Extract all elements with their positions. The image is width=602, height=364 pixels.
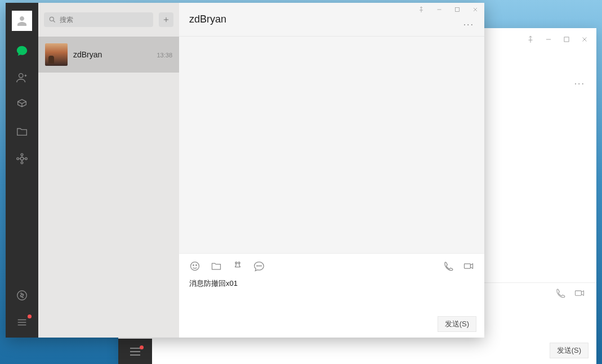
close-icon[interactable] bbox=[471, 6, 480, 13]
svg-point-24 bbox=[193, 265, 194, 266]
files-tab-icon[interactable] bbox=[15, 124, 29, 139]
notification-dot-icon bbox=[140, 345, 144, 349]
svg-rect-20 bbox=[456, 8, 460, 12]
file-icon[interactable] bbox=[211, 260, 222, 272]
chat-tab-icon[interactable] bbox=[15, 43, 29, 58]
conversation-avatar bbox=[45, 43, 68, 66]
chat-header: zdBryan ··· bbox=[179, 3, 484, 37]
plus-icon bbox=[162, 16, 170, 24]
svg-rect-4 bbox=[576, 291, 582, 295]
svg-rect-31 bbox=[465, 264, 471, 268]
conversation-item[interactable]: zdBryan 13:38 bbox=[38, 37, 179, 73]
search-icon bbox=[48, 16, 56, 24]
notification-dot-icon bbox=[28, 314, 32, 318]
svg-point-25 bbox=[196, 265, 197, 266]
svg-point-9 bbox=[17, 158, 19, 160]
close-icon[interactable] bbox=[581, 35, 588, 43]
maximize-icon[interactable] bbox=[453, 6, 462, 13]
sidebar bbox=[6, 3, 38, 338]
svg-point-15 bbox=[50, 17, 53, 21]
svg-point-7 bbox=[21, 154, 23, 156]
emoji-icon[interactable] bbox=[189, 260, 200, 272]
main-chat-window: zdBryan 13:38 zdBryan ··· bbox=[6, 3, 484, 338]
bg-sidebar-menu[interactable] bbox=[118, 339, 152, 364]
conversation-name: zdBryan bbox=[73, 50, 102, 59]
search-input[interactable] bbox=[44, 12, 153, 27]
phone-icon[interactable] bbox=[555, 287, 566, 299]
send-button[interactable]: 发送(S) bbox=[438, 316, 476, 332]
svg-line-16 bbox=[53, 21, 55, 23]
svg-point-30 bbox=[261, 266, 261, 266]
screenshot-icon[interactable] bbox=[232, 260, 243, 272]
pin-icon[interactable] bbox=[417, 6, 426, 13]
chat-history-icon[interactable] bbox=[253, 260, 265, 272]
search-row bbox=[38, 3, 179, 37]
user-avatar[interactable] bbox=[12, 11, 32, 31]
video-call-icon[interactable] bbox=[463, 260, 474, 272]
message-input[interactable] bbox=[189, 274, 474, 313]
svg-point-27 bbox=[238, 262, 240, 264]
svg-point-11 bbox=[17, 291, 27, 300]
minimize-icon[interactable] bbox=[545, 35, 552, 43]
window-controls bbox=[417, 6, 480, 13]
search-field[interactable] bbox=[60, 16, 149, 24]
minimize-icon[interactable] bbox=[435, 6, 444, 13]
menu-button[interactable] bbox=[15, 315, 29, 330]
chat-more-icon[interactable]: ··· bbox=[463, 20, 474, 30]
video-icon[interactable] bbox=[574, 287, 585, 299]
svg-point-8 bbox=[21, 162, 23, 164]
moments-tab-icon[interactable] bbox=[15, 151, 29, 166]
conversation-time: 13:38 bbox=[157, 52, 172, 59]
svg-point-10 bbox=[25, 158, 28, 160]
add-button[interactable] bbox=[159, 12, 173, 27]
favorites-tab-icon[interactable] bbox=[15, 97, 29, 112]
svg-point-28 bbox=[257, 266, 257, 266]
mini-program-icon[interactable] bbox=[15, 288, 29, 303]
voice-call-icon[interactable] bbox=[443, 260, 454, 272]
svg-point-26 bbox=[235, 262, 237, 264]
input-area: 发送(S) bbox=[179, 253, 484, 338]
maximize-icon[interactable] bbox=[563, 35, 570, 43]
contacts-tab-icon[interactable] bbox=[15, 70, 29, 85]
chat-area: zdBryan ··· 发送(S) bbox=[179, 3, 484, 338]
chat-title-name: zdBryan bbox=[189, 14, 226, 25]
bg-send-button[interactable]: 发送(S) bbox=[550, 343, 588, 358]
svg-point-6 bbox=[20, 157, 24, 160]
svg-rect-1 bbox=[564, 37, 569, 42]
pin-icon[interactable] bbox=[527, 35, 534, 43]
input-toolbar bbox=[189, 258, 474, 274]
svg-point-5 bbox=[19, 74, 23, 78]
svg-point-23 bbox=[191, 262, 199, 271]
message-area[interactable] bbox=[179, 37, 484, 253]
svg-point-29 bbox=[258, 266, 259, 266]
bg-call-tools bbox=[555, 287, 585, 299]
conversation-list: zdBryan 13:38 bbox=[38, 3, 179, 338]
